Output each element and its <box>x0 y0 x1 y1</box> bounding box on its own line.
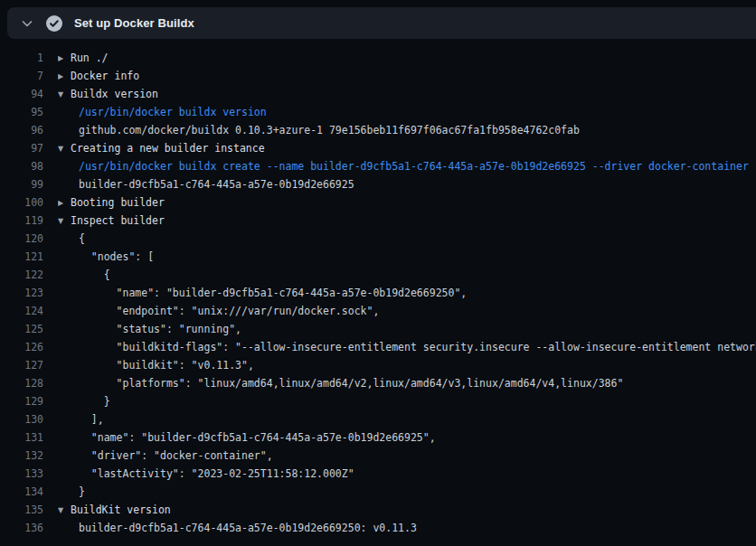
line-number[interactable]: 136 <box>0 519 43 537</box>
line-number[interactable]: 123 <box>0 284 43 302</box>
line-number[interactable]: 96 <box>0 121 43 139</box>
log-line: 128 "platforms": "linux/amd64,linux/amd6… <box>0 374 756 392</box>
line-number[interactable]: 121 <box>0 248 43 266</box>
log-line-text: "platforms": "linux/amd64,linux/amd64/v2… <box>79 377 623 390</box>
log-output: 1▶Run ./7▶Docker info94▼Buildx version95… <box>0 39 756 546</box>
line-number[interactable]: 97 <box>0 139 43 157</box>
line-number[interactable]: 131 <box>0 428 43 447</box>
log-line: 130 ], <box>0 410 756 428</box>
log-line-text: Run ./ <box>71 52 109 64</box>
log-text: builder-d9cfb5a1-c764-445a-a57e-0b19d2e6… <box>58 175 756 193</box>
log-text: github.com/docker/buildx 0.10.3+azure-1 … <box>58 121 756 139</box>
triangle-right-icon: ▶ <box>58 194 71 212</box>
log-line-text: Creating a new builder instance <box>71 142 265 155</box>
log-text: builder-d9cfb5a1-c764-445a-a57e-0b19d2e6… <box>58 519 756 537</box>
workflow-log-page: Set up Docker Buildx 1▶Run ./7▶Docker in… <box>0 0 756 546</box>
log-line-text: "status": "running", <box>79 323 241 335</box>
step-title: Set up Docker Buildx <box>74 16 194 30</box>
log-line-text: builder-d9cfb5a1-c764-445a-a57e-0b19d2e6… <box>79 178 354 191</box>
line-number[interactable]: 132 <box>0 447 43 465</box>
log-group-header[interactable]: ▶Booting builder <box>58 193 756 212</box>
line-number[interactable]: 130 <box>0 410 43 428</box>
line-number[interactable]: 98 <box>0 157 43 175</box>
log-line-text: "buildkit": "v0.11.3", <box>79 359 254 372</box>
line-number[interactable]: 124 <box>0 302 43 320</box>
log-text: "platforms": "linux/amd64,linux/amd64/v2… <box>58 374 756 392</box>
log-group-header[interactable]: ▶Run ./ <box>58 49 756 67</box>
line-number[interactable]: 120 <box>0 230 43 248</box>
log-group-header[interactable]: ▼Creating a new builder instance <box>58 139 756 157</box>
log-line: 122 { <box>0 266 756 284</box>
line-number[interactable]: 127 <box>0 356 43 374</box>
line-number[interactable]: 133 <box>0 465 43 483</box>
log-line-text: Buildx version <box>71 88 158 100</box>
triangle-right-icon: ▶ <box>58 50 71 67</box>
log-line: 135▼BuildKit version <box>0 501 756 519</box>
triangle-down-icon: ▼ <box>58 502 71 519</box>
log-text: /usr/bin/docker buildx create --name bui… <box>58 157 756 175</box>
check-circle-icon <box>45 14 63 33</box>
log-line: 126 "buildkitd-flags": "--allow-insecure… <box>0 338 756 356</box>
log-line-text: } <box>79 395 110 408</box>
log-line: 133 "lastActivity": "2023-02-25T11:58:12… <box>0 465 756 483</box>
log-line-text: Booting builder <box>71 196 165 209</box>
log-text: "driver": "docker-container", <box>58 447 756 465</box>
log-line: 121 "nodes": [ <box>0 248 756 266</box>
triangle-down-icon: ▼ <box>58 86 71 103</box>
log-line: 124 "endpoint": "unix:///var/run/docker.… <box>0 302 756 320</box>
log-line-text: builder-d9cfb5a1-c764-445a-a57e-0b19d2e6… <box>79 522 417 534</box>
log-line: 1▶Run ./ <box>0 49 756 67</box>
log-line-text: } <box>79 485 85 498</box>
log-line: 7▶Docker info <box>0 67 756 85</box>
log-line: 119▼Inspect builder <box>0 212 756 230</box>
line-number[interactable]: 1 <box>0 49 43 67</box>
line-number[interactable]: 94 <box>0 85 43 103</box>
log-line-text: "buildkitd-flags": "--allow-insecure-ent… <box>79 341 756 353</box>
log-line: 97▼Creating a new builder instance <box>0 139 756 157</box>
log-text: ], <box>58 410 756 428</box>
log-text: "name": "builder-d9cfb5a1-c764-445a-a57e… <box>58 428 756 447</box>
log-line-text: ], <box>79 413 104 426</box>
line-number[interactable]: 135 <box>0 501 43 519</box>
line-number[interactable]: 122 <box>0 266 43 284</box>
log-text: "name": "builder-d9cfb5a1-c764-445a-a57e… <box>58 284 756 302</box>
log-line-text: { <box>79 232 85 245</box>
log-line: 94▼Buildx version <box>0 85 756 103</box>
log-text: "status": "running", <box>58 320 756 338</box>
log-line-text: "lastActivity": "2023-02-25T11:58:12.000… <box>79 467 354 480</box>
line-number[interactable]: 128 <box>0 374 43 392</box>
log-lines: 1▶Run ./7▶Docker info94▼Buildx version95… <box>0 49 756 537</box>
log-line: 136builder-d9cfb5a1-c764-445a-a57e-0b19d… <box>0 519 756 537</box>
log-text: "lastActivity": "2023-02-25T11:58:12.000… <box>58 465 756 483</box>
line-number[interactable]: 129 <box>0 392 43 410</box>
log-text: } <box>58 392 756 410</box>
log-line: 100▶Booting builder <box>0 193 756 212</box>
line-number[interactable]: 125 <box>0 320 43 338</box>
line-number[interactable]: 99 <box>0 175 43 193</box>
line-number[interactable]: 134 <box>0 483 43 501</box>
step-header[interactable]: Set up Docker Buildx <box>7 7 756 39</box>
chevron-down-icon[interactable] <box>20 16 34 31</box>
log-line: 131 "name": "builder-d9cfb5a1-c764-445a-… <box>0 428 756 447</box>
log-line-text: github.com/docker/buildx 0.10.3+azure-1 … <box>79 124 580 136</box>
log-line: 127 "buildkit": "v0.11.3", <box>0 356 756 374</box>
line-number[interactable]: 7 <box>0 67 43 85</box>
log-group-header[interactable]: ▼BuildKit version <box>58 501 756 519</box>
log-line-text: Docker info <box>71 70 139 82</box>
log-line: 123 "name": "builder-d9cfb5a1-c764-445a-… <box>0 284 756 302</box>
log-line-text: /usr/bin/docker buildx create --name bui… <box>79 160 749 173</box>
log-line-text: "driver": "docker-container", <box>79 449 273 462</box>
log-line-text: BuildKit version <box>71 504 171 516</box>
log-group-header[interactable]: ▼Inspect builder <box>58 212 756 230</box>
log-group-header[interactable]: ▶Docker info <box>58 67 756 85</box>
log-line-text: /usr/bin/docker buildx version <box>79 106 267 118</box>
line-number[interactable]: 119 <box>0 212 43 230</box>
log-group-header[interactable]: ▼Buildx version <box>58 85 756 103</box>
log-line: 120{ <box>0 230 756 248</box>
line-number[interactable]: 126 <box>0 338 43 356</box>
log-text: "endpoint": "unix:///var/run/docker.sock… <box>58 302 756 320</box>
log-line: 132 "driver": "docker-container", <box>0 447 756 465</box>
log-line: 125 "status": "running", <box>0 320 756 338</box>
line-number[interactable]: 100 <box>0 193 43 212</box>
line-number[interactable]: 95 <box>0 103 43 121</box>
